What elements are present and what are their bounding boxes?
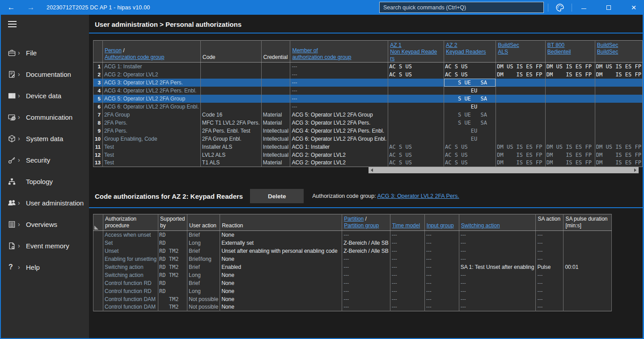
row-number[interactable]: 5 — [93, 95, 103, 103]
cell-re[interactable]: None — [220, 287, 342, 295]
cell-cred[interactable] — [261, 79, 290, 87]
cell-az1[interactable] — [388, 95, 444, 103]
cell-proc[interactable]: Control function RD — [103, 279, 158, 287]
authorization-code-group-link[interactable]: ACG 3: Operator LVL2 2FA Pers. — [377, 193, 459, 199]
buildsec-link[interactable]: BuildSec — [498, 42, 519, 48]
row-number[interactable]: 6 — [93, 103, 103, 111]
cell-ig[interactable]: --- — [424, 295, 459, 303]
cell-saa[interactable]: --- — [536, 287, 564, 295]
cell-person[interactable]: Test — [102, 143, 200, 151]
cell-b3[interactable]: DM IS ES FP — [595, 71, 642, 79]
row-number[interactable]: 11 — [93, 143, 103, 151]
cell-part[interactable]: --- — [342, 303, 390, 311]
sidebar-item-communication[interactable]: ›Communication — [1, 106, 89, 128]
cell-sap[interactable] — [564, 295, 612, 303]
cell-b1[interactable]: DM IS ES FP — [496, 151, 546, 159]
cell-b3[interactable] — [595, 79, 642, 87]
cell-tm[interactable]: --- — [390, 263, 424, 271]
partition-link[interactable]: Partition — [344, 216, 364, 222]
row-number[interactable]: 12 — [93, 151, 103, 159]
cell-sa[interactable]: --- — [459, 287, 536, 295]
cell-member[interactable]: ACG 2: Operator LVL2 — [290, 151, 388, 159]
cell-ig[interactable]: --- — [424, 271, 459, 279]
cell-az2[interactable]: AC S US — [444, 143, 496, 151]
cell-b3[interactable] — [595, 95, 642, 103]
cell-b1[interactable] — [496, 103, 546, 111]
cell-b1[interactable]: DM IS ES FP — [496, 159, 546, 167]
back-arrow-icon[interactable]: ← — [6, 0, 16, 15]
cell-re[interactable]: None — [220, 279, 342, 287]
buildsec-link[interactable]: BuildSec — [597, 42, 618, 48]
cell-ua[interactable]: Long — [187, 271, 220, 279]
cell-code[interactable]: T1 ALS — [200, 159, 261, 167]
cell-re[interactable]: Unset after enabling with personal enabl… — [220, 247, 342, 255]
row-gutter[interactable] — [93, 231, 103, 239]
cell-part[interactable]: --- — [342, 263, 390, 271]
cell-az2[interactable]: EU — [444, 127, 496, 135]
cell-re[interactable]: None — [220, 303, 342, 311]
cell-member[interactable]: --- — [290, 87, 388, 95]
cell-code[interactable]: Installer ALS — [200, 143, 261, 151]
cell-re[interactable]: None — [220, 271, 342, 279]
cell-sup[interactable]: TM2 — [158, 303, 187, 311]
row-number[interactable]: 8 — [93, 119, 103, 127]
cell-cred[interactable]: Material — [261, 119, 290, 127]
cell-member[interactable]: ACG 1: Installer — [290, 143, 388, 151]
cell-b2[interactable]: DM US IS ES FP — [545, 143, 595, 151]
cell-b3[interactable] — [595, 87, 642, 95]
cell-part[interactable]: --- — [342, 271, 390, 279]
cell-sup[interactable]: RD — [158, 231, 187, 239]
cell-saa[interactable]: --- — [536, 247, 564, 255]
cell-person[interactable]: ACG 5: Operator LVL2 2FA Group — [102, 95, 200, 103]
forward-arrow-icon[interactable]: → — [26, 0, 36, 15]
cell-az2[interactable]: AC S US — [444, 71, 496, 79]
row-number[interactable]: 3 — [93, 79, 103, 87]
cell-saa[interactable]: --- — [536, 279, 564, 287]
cell-az2[interactable]: S UE SA — [444, 79, 496, 87]
close-button[interactable]: × — [626, 0, 641, 15]
sidebar-item-topology[interactable]: Topology — [1, 171, 89, 192]
cell-part[interactable]: --- — [342, 255, 390, 263]
horizontal-scrollbar[interactable] — [369, 167, 639, 173]
cell-az1[interactable] — [388, 127, 444, 135]
row-number[interactable]: 13 — [93, 159, 103, 167]
cell-part[interactable]: Z-Bereich / Alle SB — [342, 247, 390, 255]
cell-tm[interactable]: --- — [390, 239, 424, 247]
cell-proc[interactable]: Control function RD — [103, 287, 158, 295]
row-gutter[interactable] — [93, 287, 103, 295]
cell-b3[interactable]: DM IS ES FP — [595, 159, 642, 167]
cell-ig[interactable]: --- — [424, 287, 459, 295]
cell-b1[interactable]: DM IS ES FP — [496, 71, 546, 79]
cell-az2[interactable]: S UE SA — [444, 119, 496, 127]
cell-member[interactable]: --- — [290, 79, 388, 87]
cell-code[interactable]: LVL2 ALS — [200, 151, 261, 159]
cell-b2[interactable] — [545, 127, 595, 135]
cell-re[interactable]: Enabled — [220, 263, 342, 271]
minimize-button[interactable] — [576, 0, 591, 15]
cell-tm[interactable]: --- — [390, 279, 424, 287]
member-of-link[interactable]: Member of — [292, 47, 318, 54]
cell-re[interactable]: Externally set — [220, 239, 342, 247]
cell-sa[interactable]: --- — [459, 231, 536, 239]
cell-b2[interactable] — [545, 103, 595, 111]
cell-cred[interactable]: Material — [261, 159, 290, 167]
cell-sup[interactable]: RD TM2 — [158, 247, 187, 255]
cell-sa[interactable]: SA 1: Test Unset after enabling — [459, 263, 536, 271]
cell-ua[interactable]: Brief — [187, 231, 220, 239]
row-number[interactable]: 2 — [93, 71, 103, 79]
cell-ua[interactable]: Not possible — [187, 303, 220, 311]
cell-cred[interactable]: Material — [261, 111, 290, 119]
cell-member[interactable]: --- — [290, 95, 388, 103]
theme-palette-icon[interactable] — [552, 0, 568, 15]
cell-sa[interactable]: --- — [459, 295, 536, 303]
bt-800-link[interactable]: BT 800 — [547, 42, 564, 48]
cell-az2[interactable]: AC S US — [444, 63, 496, 71]
cell-code[interactable] — [200, 95, 261, 103]
cell-proc[interactable]: Enabling for unsetting — [103, 255, 158, 263]
row-number[interactable]: 1 — [93, 63, 103, 71]
keypad-readers-link[interactable]: Keypad Readers — [446, 49, 486, 55]
cell-saa[interactable]: --- — [536, 231, 564, 239]
cell-member[interactable]: ACG 4: Operator LVL2 2FA Pers. Enbl. — [290, 127, 388, 135]
cell-tm[interactable]: --- — [390, 271, 424, 279]
cell-sa[interactable]: --- — [459, 303, 536, 311]
